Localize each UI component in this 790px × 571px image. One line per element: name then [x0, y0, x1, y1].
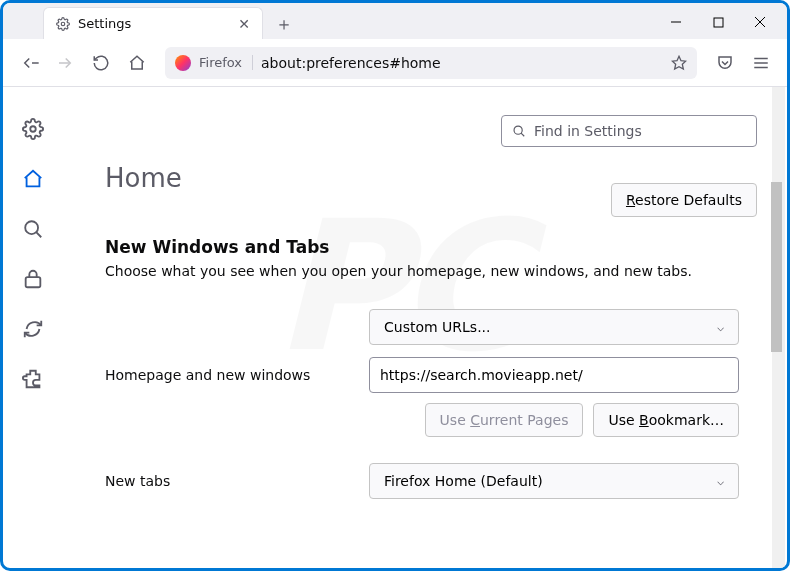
forward-button: [49, 47, 81, 79]
sidebar-sync-icon[interactable]: [21, 317, 45, 341]
toolbar: Firefox about:preferences#home: [3, 39, 787, 87]
pocket-button[interactable]: [709, 47, 741, 79]
url-bar[interactable]: Firefox about:preferences#home: [165, 47, 697, 79]
homepage-url-input[interactable]: [369, 357, 739, 393]
sidebar-privacy-icon[interactable]: [21, 267, 45, 291]
firefox-icon: [175, 55, 191, 71]
svg-rect-1: [714, 18, 723, 27]
newtabs-select[interactable]: Firefox Home (Default) ⌵: [369, 463, 739, 499]
firefox-label: Firefox: [199, 55, 253, 70]
window-controls: [655, 7, 781, 37]
homepage-mode-select[interactable]: Custom URLs... ⌵: [369, 309, 739, 345]
bookmark-star-icon[interactable]: [671, 55, 687, 71]
svg-point-15: [514, 126, 522, 134]
sidebar-search-icon[interactable]: [21, 217, 45, 241]
chevron-down-icon: ⌵: [717, 320, 724, 334]
svg-line-16: [521, 133, 524, 136]
scrollbar-thumb[interactable]: [771, 182, 782, 352]
scrollbar-track[interactable]: [772, 87, 785, 568]
sidebar-home-icon[interactable]: [21, 167, 45, 191]
menu-button[interactable]: [745, 47, 777, 79]
use-bookmark-button[interactable]: Use Bookmark…: [593, 403, 739, 437]
search-icon: [512, 124, 526, 138]
sidebar-extensions-icon[interactable]: [21, 367, 45, 391]
minimize-button[interactable]: [655, 7, 697, 37]
use-current-pages-button: Use Current Pages: [425, 403, 584, 437]
close-tab-icon[interactable]: ✕: [238, 16, 250, 32]
section-new-windows-tabs: New Windows and Tabs Choose what you see…: [105, 237, 757, 499]
homepage-label: Homepage and new windows: [105, 367, 349, 383]
chevron-down-icon: ⌵: [717, 474, 724, 488]
find-in-settings[interactable]: Find in Settings: [501, 115, 757, 147]
gear-icon: [56, 17, 70, 31]
svg-rect-14: [26, 277, 41, 287]
tab-settings[interactable]: Settings ✕: [43, 7, 263, 39]
select-value: Firefox Home (Default): [384, 473, 543, 489]
settings-sidebar: [3, 87, 63, 568]
select-value: Custom URLs...: [384, 319, 491, 335]
sidebar-general-icon[interactable]: [21, 117, 45, 141]
close-button[interactable]: [739, 7, 781, 37]
find-placeholder: Find in Settings: [534, 123, 642, 139]
back-button[interactable]: [13, 47, 45, 79]
section-description: Choose what you see when you open your h…: [105, 263, 757, 279]
svg-line-13: [36, 232, 41, 237]
new-tab-button[interactable]: ＋: [269, 9, 299, 39]
reload-button[interactable]: [85, 47, 117, 79]
maximize-button[interactable]: [697, 7, 739, 37]
svg-point-4: [61, 22, 65, 26]
svg-point-11: [30, 126, 36, 132]
tab-label: Settings: [78, 16, 230, 31]
url-text: about:preferences#home: [261, 55, 663, 71]
svg-point-12: [25, 221, 38, 234]
content-area: Find in Settings Home Restore Defaults N…: [3, 87, 787, 568]
home-button[interactable]: [121, 47, 153, 79]
newtabs-label: New tabs: [105, 473, 349, 489]
restore-defaults-button[interactable]: Restore Defaults: [611, 183, 757, 217]
section-title: New Windows and Tabs: [105, 237, 757, 257]
settings-main: Find in Settings Home Restore Defaults N…: [63, 87, 787, 568]
svg-marker-7: [672, 56, 685, 69]
